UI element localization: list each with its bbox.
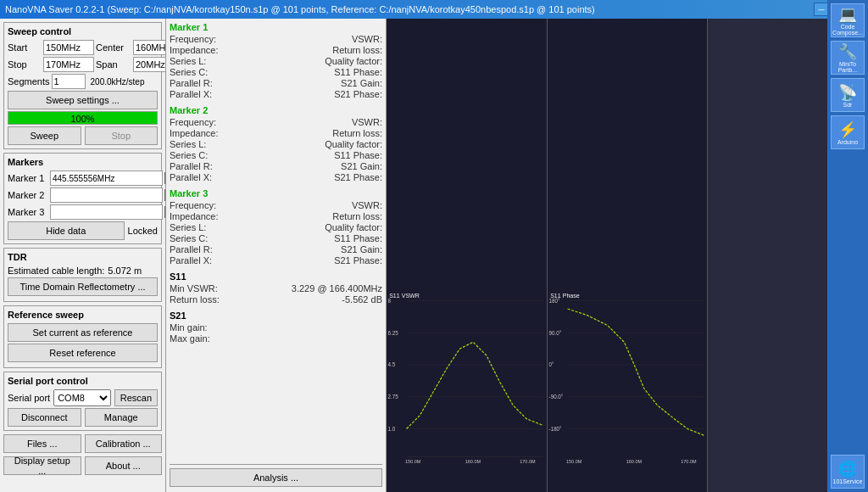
display-about-row: Display setup ... About ... <box>3 456 162 475</box>
marker1-row: Marker 1 <box>8 171 158 186</box>
code-composer-icon[interactable]: 💻 CodeCompose... <box>831 3 865 37</box>
svg-rect-0 <box>387 288 547 468</box>
phase-svg: S11 Phase 180° 90.0° 0° -90.0° -180° 150… <box>548 19 708 492</box>
title-bar: NanoVNA Saver 0.2.2-1 (Sweep: C:/nanjNVA… <box>0 0 868 19</box>
s11-section: S11 Min VSWR: 3.229 @ 166.400MHz Return … <box>170 271 382 305</box>
reference-sweep-title: Reference sweep <box>8 310 158 320</box>
marker1-label: Marker 1 <box>8 173 48 183</box>
s11-title: S11 <box>170 271 382 282</box>
svg-rect-16 <box>548 288 708 468</box>
sweep-control-section: Sweep control Start Center Stop Span Seg… <box>3 22 162 149</box>
s11-min-vswr-label: Min VSWR: <box>170 283 237 294</box>
m3-s11phase-key: S11 Phase: <box>334 233 382 243</box>
m1-series-l-row: Series L: Quality factor: <box>170 56 382 66</box>
m1-quality-key: Quality factor: <box>325 56 382 66</box>
files-calibration-row: Files ... Calibration ... <box>3 434 162 453</box>
m3-frequency-key: Frequency: <box>170 200 237 210</box>
main-content: Sweep control Start Center Stop Span Seg… <box>0 19 868 492</box>
s11-return-loss-label: Return loss: <box>170 294 237 305</box>
marker2-data-section: Marker 2 Frequency:VSWR: Impedance:Retur… <box>170 105 382 183</box>
m1-parallel-r-key: Parallel R: <box>170 78 237 88</box>
svg-text:160.0M: 160.0M <box>465 459 481 464</box>
segments-input[interactable] <box>52 74 86 89</box>
m3-s21gain-key: S21 Gain: <box>341 244 382 254</box>
m1-parallel-x-key: Parallel X: <box>170 89 237 99</box>
svg-text:S11 VSWR: S11 VSWR <box>389 293 420 299</box>
s21-section: S21 Min gain: Max gain: <box>170 310 382 344</box>
svg-text:-90.0°: -90.0° <box>548 394 563 400</box>
taskbar-right: 💻 CodeCompose... 🔧 MiniToPartb... 📡 Sdr … <box>827 0 868 492</box>
middle-bottom: Analysis ... <box>170 464 382 489</box>
arduino-icon[interactable]: ⚡ Arduino <box>831 115 865 149</box>
svg-text:6.25: 6.25 <box>388 330 399 336</box>
stop-button[interactable]: Stop <box>85 126 159 145</box>
span-input[interactable] <box>133 57 166 72</box>
minitools-icon[interactable]: 🔧 MiniToPartb... <box>831 41 865 75</box>
progress-label: 100% <box>8 112 157 126</box>
manage-button[interactable]: Manage <box>85 408 159 427</box>
files-button[interactable]: Files ... <box>3 434 81 453</box>
marker2-input[interactable] <box>50 187 163 203</box>
display-setup-button[interactable]: Display setup ... <box>3 456 81 475</box>
s21-title: S21 <box>170 310 382 321</box>
serial-port-row: Serial port COM8 Rescan <box>8 389 158 406</box>
m1-impedance-key: Impedance: <box>170 45 237 55</box>
svg-text:8: 8 <box>388 298 392 304</box>
markers-title: Markers <box>8 157 158 167</box>
marker3-label: Marker 3 <box>8 207 48 217</box>
stop-input[interactable] <box>43 57 94 72</box>
m2-series-l-key: Series L: <box>170 139 237 149</box>
svg-text:150.0M: 150.0M <box>405 459 421 464</box>
sweep-settings-button[interactable]: Sweep settings ... <box>8 91 158 109</box>
iot-service-icon[interactable]: 🌐 101Service <box>831 455 865 489</box>
marker3-input[interactable] <box>50 204 163 220</box>
m2-frequency-key: Frequency: <box>170 117 237 127</box>
m1-frequency-key: Frequency: <box>170 34 237 44</box>
progress-bar-container: 100% <box>8 111 158 125</box>
center-label: Center <box>96 42 131 53</box>
left-panel: Sweep control Start Center Stop Span Seg… <box>0 19 166 492</box>
about-button[interactable]: About ... <box>85 456 163 475</box>
svg-text:170.0M: 170.0M <box>681 459 697 464</box>
cable-length-row: Estimated cable length: 5.072 m <box>8 266 158 276</box>
sweep-stop-row: Stop Span <box>8 57 158 72</box>
sweep-button[interactable]: Sweep <box>8 126 81 145</box>
step-value: 200.0kHz/step <box>91 77 145 87</box>
sweep-buttons-row: Sweep Stop <box>8 126 158 145</box>
m2-parallel-r-key: Parallel R: <box>170 161 237 171</box>
m2-s21gain-key: S21 Gain: <box>341 161 382 171</box>
reference-sweep-section: Reference sweep Set current as reference… <box>3 305 162 368</box>
tdr-button[interactable]: Time Domain Reflectometry ... <box>8 277 158 296</box>
marker-buttons-row: Hide data Locked <box>8 221 158 240</box>
reset-reference-button[interactable]: Reset reference <box>8 344 158 362</box>
calibration-button[interactable]: Calibration ... <box>85 434 163 453</box>
svg-text:0°: 0° <box>548 361 554 367</box>
m1-series-c-key: Series C: <box>170 67 237 77</box>
svg-text:2.75: 2.75 <box>388 394 399 400</box>
vswr-chart: S11 VSWR 8 6.25 4.5 2.75 1.0 150.0M <box>387 19 547 492</box>
marker2-label: Marker 2 <box>8 190 48 200</box>
start-label: Start <box>8 42 42 53</box>
serial-port-select[interactable]: COM8 <box>53 389 111 406</box>
svg-text:170.0M: 170.0M <box>520 459 536 464</box>
svg-text:4.5: 4.5 <box>388 361 396 367</box>
set-reference-button[interactable]: Set current as reference <box>8 323 158 342</box>
m3-return-loss-key: Return loss: <box>332 211 382 221</box>
m1-s21gain-key: S21 Gain: <box>341 78 382 88</box>
m3-s21phase-key: S21 Phase: <box>334 255 382 266</box>
rescan-button[interactable]: Rescan <box>114 389 158 406</box>
marker1-input[interactable] <box>50 171 163 186</box>
m1-parallel-x-row: Parallel X: S21 Phase: <box>170 89 382 99</box>
hide-data-button[interactable]: Hide data <box>8 221 125 240</box>
m1-frequency-row: Frequency: VSWR: <box>170 34 382 44</box>
analysis-button[interactable]: Analysis ... <box>170 468 382 487</box>
m2-series-c-key: Series C: <box>170 150 237 160</box>
start-input[interactable] <box>43 40 94 55</box>
sdr-icon[interactable]: 📡 Sdr <box>831 78 865 112</box>
m1-s21phase-key: S21 Phase: <box>334 89 382 99</box>
s11-min-vswr-value: 3.229 @ 166.400MHz <box>292 283 382 294</box>
marker1-data-section: Marker 1 Frequency: VSWR: Impedance: Ret… <box>170 22 382 100</box>
center-input[interactable] <box>133 40 166 55</box>
s11-return-loss-value: -5.562 dB <box>342 294 382 305</box>
disconnect-button[interactable]: Disconnect <box>8 408 81 427</box>
